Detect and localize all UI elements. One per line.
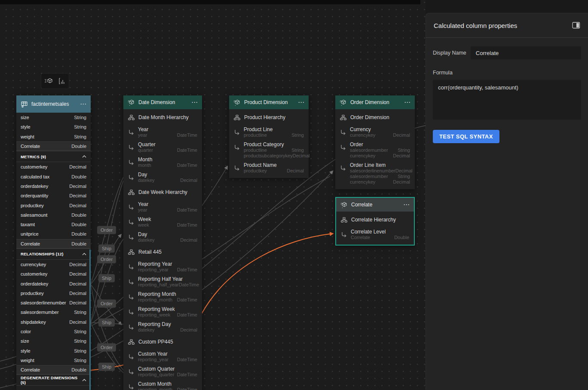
- table-column-row[interactable]: productkey Decimal: [16, 200, 91, 210]
- level-row[interactable]: Order salesordernumber String currencyke…: [335, 140, 415, 160]
- table-scrollbar[interactable]: [89, 249, 91, 390]
- table-section-header[interactable]: METRICS (9): [16, 151, 91, 162]
- level-row[interactable]: Product Name productkey Decimal: [229, 160, 309, 175]
- level-row[interactable]: Year year DateTime: [123, 125, 202, 140]
- display-name-input[interactable]: [471, 46, 581, 59]
- table-header[interactable]: factinternetsales ⋯: [16, 95, 91, 113]
- test-sql-syntax-button[interactable]: TEST SQL SYNTAX: [433, 130, 499, 143]
- node-menu-button[interactable]: ⋯: [298, 100, 304, 104]
- level-elbow-icon: [341, 232, 347, 240]
- table-column-row[interactable]: Correlate Double: [16, 239, 91, 249]
- model-view-icon[interactable]: [44, 77, 53, 85]
- dimension-node-header[interactable]: Correlate ⋯: [336, 198, 414, 212]
- relationship-edge-label[interactable]: Ship: [98, 363, 115, 371]
- hierarchy-row[interactable]: Date Week Hierarchy: [123, 185, 202, 200]
- level-row[interactable]: Week week DateTime: [123, 215, 202, 230]
- relationship-edge-label[interactable]: Ship: [98, 245, 115, 253]
- table-menu-button[interactable]: ⋯: [80, 102, 86, 106]
- node-menu-button[interactable]: ⋯: [403, 203, 410, 207]
- level-row[interactable]: Reporting Half Year reporting_half_year …: [123, 274, 202, 289]
- level-row[interactable]: Reporting Day datekey Decimal: [123, 319, 202, 335]
- node-date-dimension[interactable]: Date Dimension ⋯ Date Month Hierarchy Ye…: [123, 95, 202, 390]
- chevron-up-icon[interactable]: [82, 379, 86, 381]
- node-menu-button[interactable]: ⋯: [404, 100, 410, 104]
- table-column-row[interactable]: weight String: [16, 356, 91, 365]
- chevron-up-icon[interactable]: [82, 155, 86, 158]
- hierarchy-name: Order Dimension: [350, 114, 389, 120]
- node-correlate[interactable]: Correlate ⋯ Correlate Hierarchy Correlat…: [335, 197, 415, 246]
- level-row[interactable]: Product Line productline String: [229, 125, 309, 140]
- table-column-row[interactable]: unitprice Double: [16, 229, 91, 239]
- relationship-edge-label[interactable]: Order: [97, 344, 116, 352]
- formula-input[interactable]: corr(orderquantity, salesamount): [433, 80, 581, 120]
- level-elbow-icon: [128, 204, 134, 213]
- relationship-edge-label[interactable]: Ship: [98, 274, 115, 283]
- dimension-node-header[interactable]: Product Dimension ⋯: [229, 95, 309, 109]
- table-column-row[interactable]: style String: [16, 122, 91, 132]
- level-row[interactable]: Product Category productline String prod…: [229, 140, 309, 160]
- level-row[interactable]: Reporting Month reporting_month DateTime: [123, 289, 202, 304]
- node-menu-button[interactable]: ⋯: [191, 100, 198, 104]
- level-row[interactable]: Correlate Level Correlate Double: [336, 227, 414, 242]
- table-column-row[interactable]: color String: [16, 327, 91, 336]
- chart-view-icon[interactable]: [58, 77, 66, 85]
- model-canvas[interactable]: OrderShipOrderShipOrderShipOrderShip fac…: [0, 0, 426, 390]
- table-section-header[interactable]: RELATIONSHIPS (12): [16, 249, 91, 260]
- node-product-dimension[interactable]: Product Dimension ⋯ Product Hierarchy Pr…: [229, 95, 309, 178]
- level-row[interactable]: Order Line Item salesorderlinenumber Dec…: [335, 160, 415, 187]
- table-column-row[interactable]: shipdatekey Decimal: [16, 317, 91, 327]
- hierarchy-row[interactable]: Order Dimension: [335, 110, 415, 125]
- level-row[interactable]: Reporting Week reporting_week DateTime: [123, 304, 202, 319]
- level-column: reporting_week DateTime: [138, 312, 197, 318]
- table-column-row[interactable]: salesorderlinenumber Decimal: [16, 298, 91, 307]
- table-column-row[interactable]: taxamt Double: [16, 220, 91, 229]
- column-name: Correlate: [21, 367, 40, 372]
- node-order-dimension[interactable]: Order Dimension ⋯ Order Dimension Curren…: [335, 95, 415, 189]
- level-row[interactable]: Currency currencykey Decimal: [335, 125, 415, 140]
- level-row[interactable]: Reporting Year reporting_year DateTime: [123, 259, 202, 274]
- hierarchy-row[interactable]: Date Month Hierarchy: [123, 110, 202, 125]
- table-column-row[interactable]: style String: [16, 346, 91, 356]
- relationship-edge-label[interactable]: Order: [97, 255, 116, 264]
- table-column-row[interactable]: size String: [16, 113, 91, 122]
- level-row[interactable]: Custom Quarter reporting_quarter DateTim…: [123, 364, 202, 379]
- relationship-edge-label[interactable]: Ship: [98, 319, 115, 327]
- level-column: year DateTime: [138, 207, 197, 213]
- table-column-row[interactable]: salesamount Double: [16, 210, 91, 220]
- dimension-node-header[interactable]: Date Dimension ⋯: [123, 95, 202, 109]
- table-column-row[interactable]: calculated tax Double: [16, 172, 91, 181]
- table-column-row[interactable]: customerkey Decimal: [16, 269, 91, 279]
- hierarchy-row[interactable]: Correlate Hierarchy: [336, 212, 414, 227]
- table-column-row[interactable]: size String: [16, 336, 91, 346]
- relationship-edge-label[interactable]: Order: [97, 300, 116, 308]
- level-row[interactable]: Custom Month reporting_month DateTime: [123, 379, 202, 390]
- level-row[interactable]: Custom Year reporting_year DateTime: [123, 349, 202, 364]
- table-column-row[interactable]: orderquantity Decimal: [16, 191, 91, 200]
- table-column-row[interactable]: currencykey Decimal: [16, 260, 91, 269]
- table-factinternetsales[interactable]: factinternetsales ⋯ size String style St…: [16, 95, 91, 390]
- table-column-row[interactable]: salesordernumber String: [16, 307, 91, 317]
- table-column-row[interactable]: Correlate Double: [16, 365, 91, 375]
- collapse-panel-icon[interactable]: [572, 22, 580, 29]
- level-row[interactable]: Quarter quarter DateTime: [123, 140, 202, 155]
- table-column-row[interactable]: productkey Decimal: [16, 289, 91, 298]
- hierarchy-row[interactable]: Retail 445: [123, 245, 202, 259]
- dimension-node-header[interactable]: Order Dimension ⋯: [335, 95, 415, 109]
- relationship-edge-label[interactable]: Order: [97, 226, 116, 234]
- level-row[interactable]: Year year DateTime: [123, 200, 202, 215]
- table-section-header[interactable]: DEGENERATE DIMENSIONS (5): [16, 375, 91, 386]
- table-column-row[interactable]: weight String: [16, 132, 91, 141]
- level-row[interactable]: Month month DateTime: [123, 155, 202, 170]
- table-column-row[interactable]: customerkey Decimal: [16, 162, 91, 172]
- hierarchy-row[interactable]: Custom PP445: [123, 335, 202, 349]
- hierarchy-row[interactable]: Product Hierarchy: [229, 110, 309, 125]
- table-column-row[interactable]: orderdatekey Decimal: [16, 279, 91, 288]
- level-row[interactable]: Day datekey Decimal: [123, 230, 202, 245]
- table-icon: [21, 101, 28, 108]
- table-column-row[interactable]: orderdatekey Decimal: [16, 181, 91, 191]
- chevron-up-icon[interactable]: [82, 253, 86, 255]
- level-row[interactable]: Day datekey Decimal: [123, 170, 202, 185]
- column-name: style: [21, 124, 31, 129]
- level-name: Quarter: [138, 141, 197, 147]
- table-column-row[interactable]: Correlate Double: [16, 141, 91, 151]
